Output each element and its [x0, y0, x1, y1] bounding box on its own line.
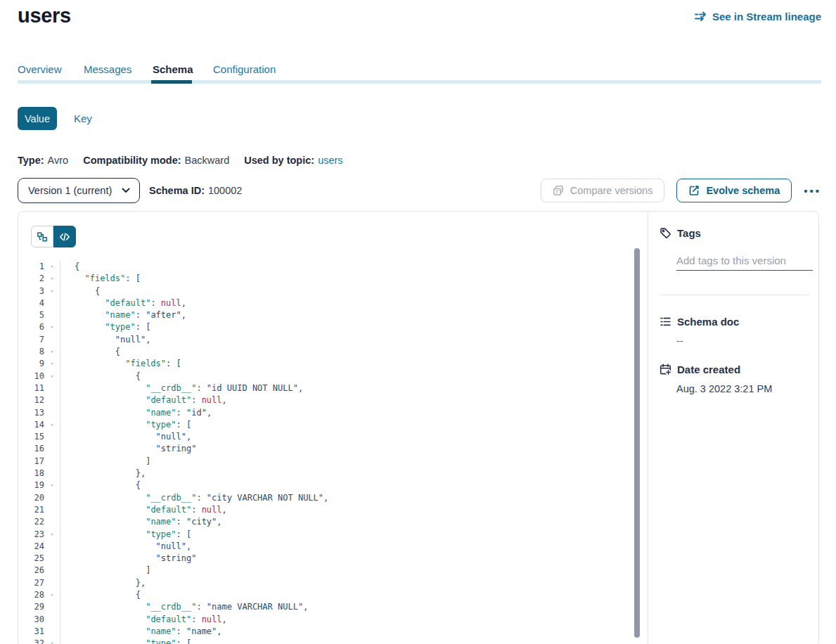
code-line: 6▾ "type": [: [18, 321, 635, 333]
code-line: 3▾ {: [18, 285, 635, 297]
code-text: "null",: [60, 541, 635, 553]
code-scrollbar-thumb[interactable]: [634, 248, 640, 638]
line-number: 27: [18, 577, 44, 589]
line-number: 25: [18, 553, 44, 565]
code-line: 14▾ "type": [: [18, 419, 635, 431]
line-number: 29: [18, 601, 44, 613]
meta-type-label: Type:: [18, 155, 44, 166]
key-toggle-button[interactable]: Key: [74, 112, 92, 124]
code-line: 27 },: [18, 577, 635, 589]
schema-sidebar: Tags Schema doc --: [648, 212, 819, 644]
fold-caret-icon[interactable]: ▾: [44, 589, 60, 601]
fold-caret-icon[interactable]: ▾: [44, 346, 60, 358]
add-tags-input[interactable]: [676, 251, 813, 271]
line-number: 16: [18, 443, 44, 455]
fold-caret-icon[interactable]: ▾: [44, 358, 60, 370]
line-number: 26: [18, 565, 44, 577]
stream-lineage-label: See in Stream lineage: [712, 11, 821, 22]
stream-lineage-link[interactable]: See in Stream lineage: [695, 11, 821, 22]
schema-doc-value: --: [676, 335, 683, 347]
fold-caret-icon[interactable]: ▾: [44, 261, 60, 273]
fold-caret-icon[interactable]: ▾: [44, 371, 60, 382]
code-text: "__crdb__": "city VARCHAR NOT NULL",: [60, 492, 635, 504]
fold-caret-icon[interactable]: ▾: [44, 285, 60, 297]
page-title: users: [18, 4, 71, 27]
line-number: 17: [18, 456, 44, 468]
tab-overview[interactable]: Overview: [18, 63, 62, 75]
code-line: 1▾{: [18, 261, 635, 273]
line-number: 5: [18, 309, 44, 321]
fold-caret-icon[interactable]: ▾: [44, 321, 60, 333]
code-line: 12 "default": null,: [18, 394, 635, 406]
code-line: 28▾ {: [18, 589, 635, 601]
schema-id: Schema ID:100002: [149, 185, 242, 196]
fold-caret-icon[interactable]: ▾: [44, 529, 60, 541]
code-line: 16 "string": [18, 443, 635, 455]
line-number: 18: [18, 468, 44, 479]
fold-caret-placeholder: [44, 297, 60, 309]
fold-caret-placeholder: [44, 431, 60, 443]
meta-type: Type:Avro: [18, 155, 68, 166]
tab-schema[interactable]: Schema: [153, 63, 193, 75]
fold-caret-placeholder: [44, 516, 60, 528]
code-line: 29 "__crdb__": "name VARCHAR NULL",: [18, 601, 635, 613]
code-text: "fields": [: [60, 273, 635, 285]
compare-versions-button[interactable]: Compare versions: [541, 179, 665, 202]
topic-link[interactable]: users: [318, 155, 342, 166]
serde-toggle: Value Key: [18, 107, 92, 130]
fold-caret-icon[interactable]: ▾: [44, 479, 60, 491]
fold-caret-placeholder: [44, 468, 60, 479]
code-text: "null",: [60, 431, 635, 443]
code-line: 32▾ "type": [: [18, 638, 635, 644]
value-toggle-button[interactable]: Value: [18, 107, 57, 130]
tab-messages[interactable]: Messages: [84, 63, 131, 75]
code-view-button[interactable]: [53, 226, 76, 247]
line-number: 7: [18, 334, 44, 346]
line-number: 32: [18, 638, 44, 644]
line-number: 2: [18, 273, 44, 285]
schema-page: users See in Stream lineage Overview Mes…: [0, 0, 836, 644]
line-number: 21: [18, 504, 44, 516]
schema-panel: 1▾{2▾ "fields": [3▾ {4 "default": null,5…: [18, 211, 819, 644]
version-row: Version 1 (current) Schema ID:100002: [18, 178, 242, 203]
code-text: {: [60, 346, 635, 358]
code-line: 4 "default": null,: [18, 297, 635, 309]
code-line: 8▾ {: [18, 346, 635, 358]
code-text: "type": [: [60, 638, 635, 644]
line-number: 13: [18, 407, 44, 419]
code-text: "type": [: [60, 529, 635, 541]
fold-caret-icon[interactable]: ▾: [44, 638, 60, 644]
schema-doc-title: Schema doc: [677, 316, 739, 328]
version-select[interactable]: Version 1 (current): [18, 178, 140, 203]
code-line: 10▾ {: [18, 371, 635, 382]
meta-topic-label: Used by topic:: [244, 155, 314, 166]
date-created-header: Date created: [660, 363, 740, 375]
more-actions-button[interactable]: •••: [804, 185, 821, 197]
tree-view-button[interactable]: [31, 226, 53, 247]
code-text: },: [60, 468, 635, 479]
tree-view-icon: [37, 231, 48, 243]
line-number: 30: [18, 614, 44, 626]
code-text: "__crdb__": "id UUID NOT NULL",: [60, 382, 635, 394]
line-number: 28: [18, 589, 44, 601]
fold-caret-placeholder: [44, 394, 60, 406]
line-number: 23: [18, 529, 44, 541]
meta-type-value: Avro: [48, 155, 69, 166]
fold-caret-icon[interactable]: ▾: [44, 419, 60, 431]
line-number: 10: [18, 371, 44, 382]
tab-configuration[interactable]: Configuration: [213, 63, 276, 75]
code-text: "type": [: [60, 321, 635, 333]
evolve-schema-button[interactable]: Evolve schema: [676, 179, 792, 202]
code-line: 9▾ "fields": [: [18, 358, 635, 370]
code-view-icon: [59, 231, 70, 243]
fold-caret-icon[interactable]: ▾: [44, 273, 60, 285]
code-line: 2▾ "fields": [: [18, 273, 635, 285]
code-text: "default": null,: [60, 504, 635, 516]
code-line: 25 "string": [18, 553, 635, 565]
code-text: "name": "id",: [60, 407, 635, 419]
code-text: "null",: [60, 334, 635, 346]
line-number: 6: [18, 321, 44, 333]
meta-row: Type:Avro Compatibility mode:Backward Us…: [18, 155, 343, 166]
date-created-title: Date created: [677, 363, 740, 375]
code-text: "__crdb__": "name VARCHAR NULL",: [60, 601, 635, 613]
